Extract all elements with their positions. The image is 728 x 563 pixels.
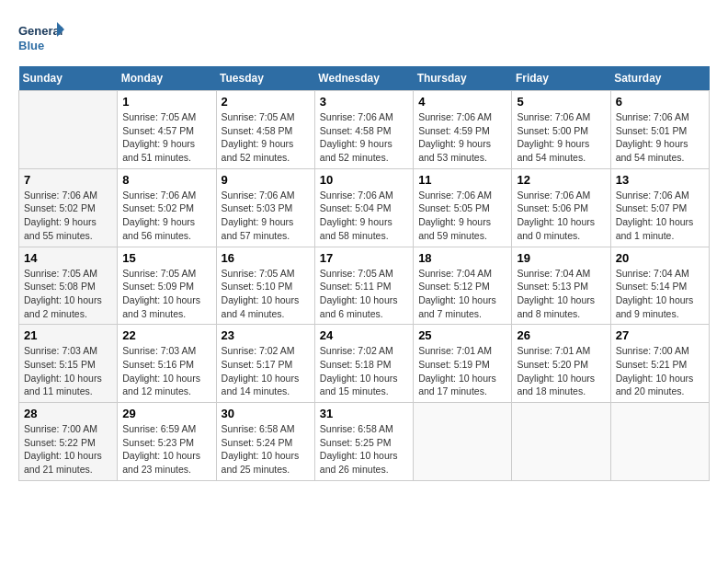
calendar-cell: 5Sunrise: 7:06 AMSunset: 5:00 PMDaylight… bbox=[512, 91, 610, 169]
day-info: Sunrise: 7:05 AMSunset: 4:57 PMDaylight:… bbox=[122, 110, 210, 165]
weekday-header-tuesday: Tuesday bbox=[216, 66, 314, 91]
day-number: 27 bbox=[616, 328, 704, 342]
day-number: 17 bbox=[320, 251, 408, 265]
calendar-cell bbox=[414, 403, 512, 481]
calendar-cell: 4Sunrise: 7:06 AMSunset: 4:59 PMDaylight… bbox=[414, 91, 512, 169]
day-number: 19 bbox=[517, 251, 605, 265]
calendar-cell: 25Sunrise: 7:01 AMSunset: 5:19 PMDayligh… bbox=[414, 325, 512, 403]
page-header: General Blue bbox=[18, 18, 710, 57]
weekday-header-monday: Monday bbox=[118, 66, 216, 91]
day-number: 3 bbox=[320, 95, 408, 109]
calendar-cell: 23Sunrise: 7:02 AMSunset: 5:17 PMDayligh… bbox=[216, 325, 314, 403]
day-info: Sunrise: 6:59 AMSunset: 5:23 PMDaylight:… bbox=[122, 422, 210, 477]
calendar-cell: 18Sunrise: 7:04 AMSunset: 5:12 PMDayligh… bbox=[414, 247, 512, 325]
svg-text:Blue: Blue bbox=[18, 39, 44, 52]
day-number: 30 bbox=[222, 407, 310, 420]
logo-container: General Blue bbox=[18, 18, 64, 57]
day-info: Sunrise: 7:00 AMSunset: 5:22 PMDaylight:… bbox=[24, 422, 112, 477]
day-info: Sunrise: 7:06 AMSunset: 5:06 PMDaylight:… bbox=[517, 189, 605, 243]
calendar-cell: 15Sunrise: 7:05 AMSunset: 5:09 PMDayligh… bbox=[118, 247, 216, 325]
calendar-cell: 6Sunrise: 7:06 AMSunset: 5:01 PMDaylight… bbox=[610, 91, 709, 169]
day-number: 31 bbox=[320, 407, 408, 420]
day-info: Sunrise: 7:06 AMSunset: 5:04 PMDaylight:… bbox=[320, 189, 408, 243]
calendar-cell: 7Sunrise: 7:06 AMSunset: 5:02 PMDaylight… bbox=[19, 168, 118, 247]
day-info: Sunrise: 7:03 AMSunset: 5:16 PMDaylight:… bbox=[122, 344, 210, 398]
day-number: 5 bbox=[517, 95, 605, 109]
weekday-header-thursday: Thursday bbox=[414, 66, 512, 91]
logo-svg: General Blue bbox=[18, 18, 64, 57]
calendar-cell: 14Sunrise: 7:05 AMSunset: 5:08 PMDayligh… bbox=[19, 247, 118, 325]
day-info: Sunrise: 7:04 AMSunset: 5:12 PMDaylight:… bbox=[418, 267, 506, 321]
day-number: 25 bbox=[418, 328, 506, 342]
day-number: 18 bbox=[418, 251, 506, 265]
calendar-week-1: 1Sunrise: 7:05 AMSunset: 4:57 PMDaylight… bbox=[19, 91, 710, 169]
day-info: Sunrise: 7:01 AMSunset: 5:20 PMDaylight:… bbox=[517, 344, 605, 398]
day-info: Sunrise: 6:58 AMSunset: 5:24 PMDaylight:… bbox=[222, 422, 310, 477]
calendar-week-5: 28Sunrise: 7:00 AMSunset: 5:22 PMDayligh… bbox=[19, 403, 710, 481]
calendar-cell: 17Sunrise: 7:05 AMSunset: 5:11 PMDayligh… bbox=[314, 247, 413, 325]
calendar-cell: 31Sunrise: 6:58 AMSunset: 5:25 PMDayligh… bbox=[314, 403, 413, 481]
day-info: Sunrise: 7:02 AMSunset: 5:18 PMDaylight:… bbox=[320, 344, 408, 398]
day-info: Sunrise: 7:06 AMSunset: 5:00 PMDaylight:… bbox=[517, 110, 605, 165]
calendar-body: 1Sunrise: 7:05 AMSunset: 4:57 PMDaylight… bbox=[19, 91, 710, 481]
day-number: 9 bbox=[222, 173, 310, 187]
day-info: Sunrise: 7:04 AMSunset: 5:13 PMDaylight:… bbox=[517, 267, 605, 321]
day-number: 16 bbox=[222, 251, 310, 265]
day-number: 23 bbox=[222, 328, 310, 342]
day-info: Sunrise: 7:06 AMSunset: 5:03 PMDaylight:… bbox=[222, 189, 310, 243]
day-number: 8 bbox=[122, 173, 210, 187]
day-number: 15 bbox=[122, 251, 210, 265]
calendar-cell: 21Sunrise: 7:03 AMSunset: 5:15 PMDayligh… bbox=[19, 325, 118, 403]
calendar-cell: 10Sunrise: 7:06 AMSunset: 5:04 PMDayligh… bbox=[314, 168, 413, 247]
calendar-table: SundayMondayTuesdayWednesdayThursdayFrid… bbox=[18, 66, 710, 481]
calendar-cell bbox=[19, 91, 118, 169]
day-number: 28 bbox=[24, 407, 112, 420]
day-number: 26 bbox=[517, 328, 605, 342]
day-number: 13 bbox=[616, 173, 704, 187]
calendar-cell: 19Sunrise: 7:04 AMSunset: 5:13 PMDayligh… bbox=[512, 247, 610, 325]
day-number: 6 bbox=[616, 95, 704, 109]
calendar-cell: 2Sunrise: 7:05 AMSunset: 4:58 PMDaylight… bbox=[216, 91, 314, 169]
day-info: Sunrise: 7:06 AMSunset: 4:58 PMDaylight:… bbox=[320, 110, 408, 165]
day-number: 7 bbox=[24, 173, 112, 187]
day-info: Sunrise: 7:06 AMSunset: 5:01 PMDaylight:… bbox=[616, 110, 704, 165]
calendar-cell: 11Sunrise: 7:06 AMSunset: 5:05 PMDayligh… bbox=[414, 168, 512, 247]
day-info: Sunrise: 7:06 AMSunset: 5:05 PMDaylight:… bbox=[418, 189, 506, 243]
calendar-cell: 27Sunrise: 7:00 AMSunset: 5:21 PMDayligh… bbox=[610, 325, 709, 403]
day-info: Sunrise: 7:05 AMSunset: 5:08 PMDaylight:… bbox=[24, 267, 112, 321]
day-info: Sunrise: 7:05 AMSunset: 5:09 PMDaylight:… bbox=[122, 267, 210, 321]
day-number: 10 bbox=[320, 173, 408, 187]
calendar-week-3: 14Sunrise: 7:05 AMSunset: 5:08 PMDayligh… bbox=[19, 247, 710, 325]
day-number: 1 bbox=[122, 95, 210, 109]
day-info: Sunrise: 7:05 AMSunset: 5:11 PMDaylight:… bbox=[320, 267, 408, 321]
day-info: Sunrise: 7:05 AMSunset: 4:58 PMDaylight:… bbox=[222, 110, 310, 165]
calendar-cell: 30Sunrise: 6:58 AMSunset: 5:24 PMDayligh… bbox=[216, 403, 314, 481]
calendar-cell: 13Sunrise: 7:06 AMSunset: 5:07 PMDayligh… bbox=[610, 168, 709, 247]
header-row: SundayMondayTuesdayWednesdayThursdayFrid… bbox=[19, 66, 710, 91]
calendar-cell: 28Sunrise: 7:00 AMSunset: 5:22 PMDayligh… bbox=[19, 403, 118, 481]
day-number: 20 bbox=[616, 251, 704, 265]
calendar-cell: 24Sunrise: 7:02 AMSunset: 5:18 PMDayligh… bbox=[314, 325, 413, 403]
day-info: Sunrise: 7:05 AMSunset: 5:10 PMDaylight:… bbox=[222, 267, 310, 321]
day-number: 22 bbox=[122, 328, 210, 342]
calendar-cell: 3Sunrise: 7:06 AMSunset: 4:58 PMDaylight… bbox=[314, 91, 413, 169]
calendar-cell: 16Sunrise: 7:05 AMSunset: 5:10 PMDayligh… bbox=[216, 247, 314, 325]
day-info: Sunrise: 7:06 AMSunset: 4:59 PMDaylight:… bbox=[418, 110, 506, 165]
calendar-week-2: 7Sunrise: 7:06 AMSunset: 5:02 PMDaylight… bbox=[19, 168, 710, 247]
calendar-cell: 12Sunrise: 7:06 AMSunset: 5:06 PMDayligh… bbox=[512, 168, 610, 247]
day-number: 21 bbox=[24, 328, 112, 342]
svg-text:General: General bbox=[18, 24, 63, 38]
weekday-header-friday: Friday bbox=[512, 66, 610, 91]
day-info: Sunrise: 7:01 AMSunset: 5:19 PMDaylight:… bbox=[418, 344, 506, 398]
day-number: 14 bbox=[24, 251, 112, 265]
day-info: Sunrise: 7:06 AMSunset: 5:02 PMDaylight:… bbox=[24, 189, 112, 243]
day-info: Sunrise: 7:03 AMSunset: 5:15 PMDaylight:… bbox=[24, 344, 112, 398]
weekday-header-saturday: Saturday bbox=[610, 66, 709, 91]
day-number: 12 bbox=[517, 173, 605, 187]
calendar-week-4: 21Sunrise: 7:03 AMSunset: 5:15 PMDayligh… bbox=[19, 325, 710, 403]
logo: General Blue bbox=[18, 18, 64, 57]
day-number: 11 bbox=[418, 173, 506, 187]
calendar-header: SundayMondayTuesdayWednesdayThursdayFrid… bbox=[19, 66, 710, 91]
day-number: 24 bbox=[320, 328, 408, 342]
day-info: Sunrise: 7:06 AMSunset: 5:02 PMDaylight:… bbox=[122, 189, 210, 243]
